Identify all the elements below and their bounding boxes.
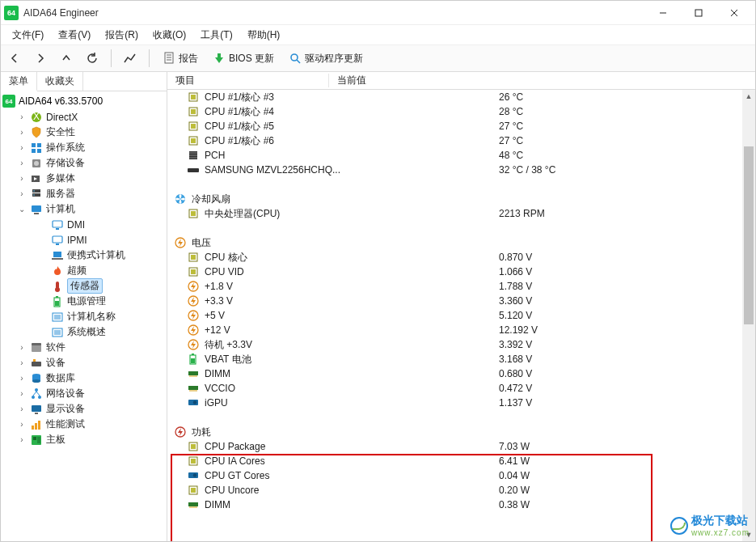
report-button[interactable]: 报告 bbox=[158, 48, 203, 69]
twisty-icon[interactable]: › bbox=[17, 358, 27, 367]
tree-item[interactable]: 系统概述 bbox=[1, 324, 167, 340]
twisty-icon[interactable]: › bbox=[17, 435, 27, 444]
sensor-row[interactable]: CPU IA Cores6.41 W bbox=[167, 454, 755, 468]
sensor-row[interactable]: DIMM0.38 W bbox=[167, 498, 755, 512]
twisty-icon[interactable]: › bbox=[17, 112, 27, 121]
up-button[interactable] bbox=[56, 48, 77, 69]
tree-item[interactable]: 便携式计算机 bbox=[1, 248, 167, 263]
tree-item[interactable]: ›XDirectX bbox=[1, 109, 167, 125]
section-header[interactable]: 功耗 bbox=[167, 425, 755, 439]
server-icon bbox=[30, 188, 43, 201]
tree-item[interactable]: ›软件 bbox=[1, 340, 167, 355]
scroll-thumb[interactable] bbox=[744, 146, 754, 324]
chart-button[interactable] bbox=[120, 48, 141, 69]
close-button[interactable] bbox=[716, 2, 752, 24]
svg-rect-46 bbox=[32, 345, 41, 352]
twisty-icon[interactable]: › bbox=[17, 343, 27, 352]
sensor-row[interactable]: +12 V12.192 V bbox=[167, 323, 755, 337]
menu-file[interactable]: 文件(F) bbox=[6, 27, 50, 44]
sensor-row[interactable]: CPU #1/核心 #527 °C bbox=[167, 119, 755, 133]
menu-favorites[interactable]: 收藏(O) bbox=[146, 27, 192, 44]
tree-item[interactable]: IPMI bbox=[1, 232, 167, 248]
tree-item[interactable]: 电源管理 bbox=[1, 294, 167, 309]
tab-menu[interactable]: 菜单 bbox=[1, 72, 37, 91]
sensor-row[interactable]: +1.8 V1.788 V bbox=[167, 279, 755, 294]
twisty-icon[interactable]: › bbox=[17, 189, 27, 198]
twisty-icon[interactable]: › bbox=[17, 159, 27, 167]
svg-rect-32 bbox=[52, 258, 63, 260]
tree-item[interactable]: ›多媒体 bbox=[1, 171, 167, 186]
tree-item[interactable]: ⌄计算机 bbox=[1, 201, 167, 217]
row-label: +12 V bbox=[205, 324, 230, 336]
sensor-row[interactable]: DIMM0.680 V bbox=[167, 366, 755, 381]
sensor-row[interactable]: CPU #1/核心 #627 °C bbox=[167, 133, 755, 148]
twisty-icon[interactable]: › bbox=[17, 374, 27, 383]
tree-item[interactable]: ›主板 bbox=[1, 432, 167, 447]
download-icon bbox=[213, 52, 226, 65]
tree-item[interactable]: ›操作系统 bbox=[1, 140, 167, 155]
svg-point-115 bbox=[193, 400, 196, 404]
sensor-row[interactable]: CPU #1/核心 #428 °C bbox=[167, 104, 755, 119]
sensor-row[interactable]: +5 V5.120 V bbox=[167, 308, 755, 323]
tree-item[interactable]: DMI bbox=[1, 217, 167, 232]
tab-favorites[interactable]: 收藏夹 bbox=[37, 72, 83, 91]
tree-item[interactable]: ›设备 bbox=[1, 355, 167, 371]
driver-update-button[interactable]: 驱动程序更新 bbox=[284, 48, 368, 69]
media-icon bbox=[30, 172, 43, 185]
menu-help[interactable]: 帮助(H) bbox=[241, 27, 287, 44]
menu-report[interactable]: 报告(R) bbox=[99, 27, 145, 44]
tree-root[interactable]: 64 AIDA64 v6.33.5700 bbox=[1, 93, 167, 109]
scroll-up-icon[interactable]: ▲ bbox=[742, 90, 755, 103]
minimize-button[interactable] bbox=[645, 2, 681, 24]
svg-rect-30 bbox=[56, 243, 59, 245]
tree-item[interactable]: ›网络设备 bbox=[1, 386, 167, 401]
sensor-row[interactable]: iGPU1.137 V bbox=[167, 396, 755, 410]
scrollbar-vertical[interactable]: ▲ ▼ bbox=[742, 90, 755, 541]
sensor-row[interactable]: +3.3 V3.360 V bbox=[167, 294, 755, 308]
forward-button[interactable] bbox=[30, 48, 51, 69]
refresh-button[interactable] bbox=[82, 48, 103, 69]
section-header[interactable]: 电压 bbox=[167, 235, 755, 250]
sensor-row[interactable]: CPU GT Cores0.04 W bbox=[167, 468, 755, 483]
sensor-row[interactable]: CPU Package7.03 W bbox=[167, 439, 755, 454]
twisty-icon[interactable]: ⌄ bbox=[17, 205, 27, 214]
sensor-row[interactable]: VBAT 电池3.168 V bbox=[167, 352, 755, 366]
sensor-row[interactable]: CPU Uncore0.20 W bbox=[167, 483, 755, 498]
section-header[interactable]: 冷却风扇 bbox=[167, 192, 755, 206]
svg-marker-98 bbox=[191, 341, 196, 349]
twisty-icon[interactable]: › bbox=[17, 174, 27, 183]
tree-item[interactable]: 传感器 bbox=[1, 278, 167, 294]
tree-item[interactable]: ›服务器 bbox=[1, 186, 167, 201]
twisty-icon[interactable]: › bbox=[17, 143, 27, 152]
tree-item[interactable]: 超频 bbox=[1, 263, 167, 278]
twisty-icon[interactable]: › bbox=[17, 420, 27, 429]
tree-item[interactable]: ›存储设备 bbox=[1, 155, 167, 171]
svg-rect-26 bbox=[34, 213, 39, 214]
tree-item[interactable]: ›显示设备 bbox=[1, 401, 167, 417]
bios-update-button[interactable]: BIOS 更新 bbox=[208, 48, 279, 69]
svg-rect-58 bbox=[32, 405, 41, 412]
sensor-row[interactable]: CPU VID1.066 V bbox=[167, 265, 755, 279]
column-header-value[interactable]: 当前值 bbox=[329, 74, 755, 87]
twisty-icon[interactable]: › bbox=[17, 404, 27, 413]
column-header-item[interactable]: 项目 bbox=[167, 74, 329, 87]
tree-item[interactable]: ›数据库 bbox=[1, 371, 167, 386]
sensor-row[interactable]: VCCIO0.472 V bbox=[167, 381, 755, 396]
tree-item[interactable]: ›性能测试 bbox=[1, 417, 167, 432]
menu-tools[interactable]: 工具(T) bbox=[194, 27, 239, 44]
maximize-button[interactable] bbox=[681, 2, 716, 24]
watermark-name: 极光下载站 bbox=[691, 514, 750, 528]
volt-icon bbox=[187, 338, 200, 351]
menu-view[interactable]: 查看(V) bbox=[52, 27, 97, 44]
sensor-row[interactable]: 待机 +3.3V3.392 V bbox=[167, 337, 755, 352]
sensor-row[interactable]: CPU #1/核心 #326 °C bbox=[167, 90, 755, 104]
twisty-icon[interactable]: › bbox=[17, 389, 27, 398]
sensor-row[interactable]: SAMSUNG MZVL2256HCHQ...32 °C / 38 °C bbox=[167, 163, 755, 177]
sensor-row[interactable]: 中央处理器(CPU)2213 RPM bbox=[167, 206, 755, 221]
sensor-row[interactable]: PCH48 °C bbox=[167, 148, 755, 163]
back-button[interactable] bbox=[4, 48, 25, 69]
tree-item[interactable]: ›安全性 bbox=[1, 125, 167, 140]
twisty-icon[interactable]: › bbox=[17, 128, 27, 137]
sensor-row[interactable]: CPU 核心0.870 V bbox=[167, 250, 755, 265]
tree-item[interactable]: 计算机名称 bbox=[1, 309, 167, 324]
